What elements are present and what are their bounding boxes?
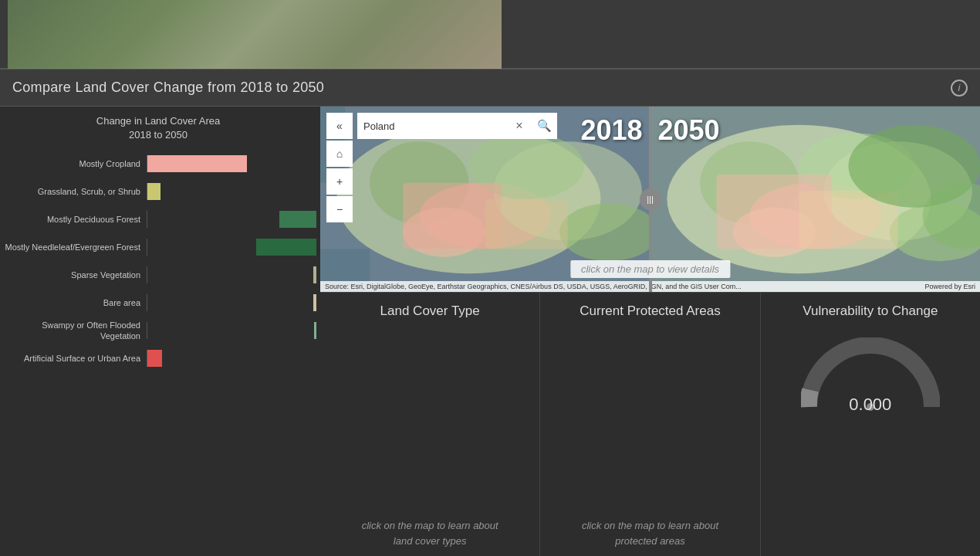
chart-bar-container [147,292,316,314]
map-click-hint: click on the map to view details [570,260,730,278]
page-title: Compare Land Cover Change from 2018 to 2… [12,80,324,96]
land-cover-type-title: Land Cover Type [380,303,480,319]
chart-bar-container [147,153,316,175]
chart-bar [147,155,247,172]
chart-row: Swampy or Often Flooded Vegetation [4,320,313,341]
year-label-2050: 2050 [657,114,719,147]
chart-label: Grassland, Scrub, or Shrub [4,186,147,197]
land-cover-type-hint: click on the map to learn about land cov… [362,518,498,548]
chart-label: Mostly Needleleaf/Evergreen Forest [4,242,147,253]
zoom-in-button[interactable]: + [326,168,353,195]
powered-by: Powered by Esri [924,283,975,290]
panel-protected-areas: Current Protected Areas click on the map… [540,293,760,556]
chart-label: Artificial Surface or Urban Area [4,353,147,364]
chart-label: Sparse Vegetation [4,270,147,280]
attribution-text: Source: Esri, DigitalGlobe, GeoEye, Eart… [325,283,742,290]
chart-bar [256,239,316,256]
gauge-value: 0.000 [801,395,940,415]
chart-bar [313,294,316,311]
chart-label: Bare area [4,297,147,308]
chart-bar [279,211,316,228]
svg-rect-9 [485,199,568,249]
chart-area: Mostly CroplandGrassland, Scrub, or Shru… [4,153,313,369]
chart-bar [313,266,316,283]
chart-bar [147,350,162,367]
chart-bar-container [147,264,316,286]
zoom-out-button[interactable]: − [326,196,353,222]
back-button[interactable]: « [326,113,353,139]
chart-bar [314,322,316,339]
chart-panel: Change in Land Cover Area 2018 to 2050 M… [0,107,320,556]
map-toolbar: « ⌂ + − [326,113,353,222]
chart-bar-container [147,208,316,230]
info-panels: Land Cover Type click on the map to lear… [320,292,980,556]
search-clear-button[interactable]: × [508,113,531,139]
chart-row: Mostly Cropland [4,153,313,175]
search-icon: 🔍 [531,113,557,139]
map-section[interactable]: « ⌂ + − × 🔍 2018 2050 ||| click on the m… [320,107,980,292]
chart-bar-container [147,320,316,341]
chart-title: Change in Land Cover Area 2018 to 2050 [4,114,313,142]
map-search-bar: × 🔍 [357,113,557,139]
chart-row: Mostly Deciduous Forest [4,208,313,230]
chart-row: Mostly Needleleaf/Evergreen Forest [4,236,313,258]
chart-label: Mostly Cropland [4,158,147,169]
right-panel: « ⌂ + − × 🔍 2018 2050 ||| click on the m… [320,107,980,556]
gauge: 0.000 [801,337,940,415]
top-strip-map [8,0,502,69]
chart-bar-container [147,236,316,258]
chart-row: Bare area [4,292,313,314]
panel-land-cover-type: Land Cover Type click on the map to lear… [320,293,540,556]
chart-row: Artificial Surface or Urban Area [4,348,313,369]
home-button[interactable]: ⌂ [326,141,353,167]
chart-row: Grassland, Scrub, or Shrub [4,181,313,202]
divider-handle-button[interactable]: ||| [640,188,661,210]
chart-label: Swampy or Often Flooded Vegetation [4,320,147,342]
panel-vulnerability: Vulnerability to Change 0.000 [761,293,980,556]
main-content: Change in Land Cover Area 2018 to 2050 M… [0,107,980,556]
top-strip [0,0,980,70]
protected-areas-hint: click on the map to learn about protecte… [582,518,718,548]
protected-areas-title: Current Protected Areas [580,303,720,319]
chart-bar-container [147,181,316,202]
header-bar: Compare Land Cover Change from 2018 to 2… [0,70,980,107]
chart-label: Mostly Deciduous Forest [4,214,147,225]
chart-row: Sparse Vegetation [4,264,313,286]
chart-bar [147,183,161,200]
search-input[interactable] [357,113,508,139]
info-button[interactable]: i [951,80,968,97]
year-label-2018: 2018 [581,114,643,147]
chart-bar-container [147,348,316,369]
vulnerability-title: Vulnerability to Change [803,303,938,319]
